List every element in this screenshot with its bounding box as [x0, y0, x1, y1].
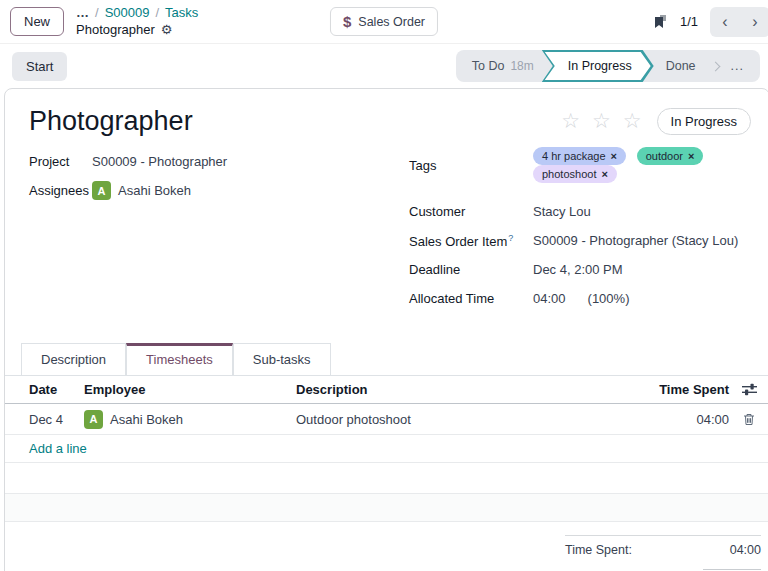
header-description[interactable]: Description: [296, 382, 647, 397]
time-spent-value: 04:00: [730, 543, 761, 557]
project-value[interactable]: S00009 - Photographer: [92, 154, 227, 169]
bookmark-icon[interactable]: [652, 14, 668, 30]
tab-timesheets[interactable]: Timesheets: [126, 343, 233, 375]
field-allocated-time: Allocated Time 04:00 (100%): [409, 284, 753, 313]
allocated-time-label: Allocated Time: [409, 291, 533, 306]
tab-description[interactable]: Description: [21, 343, 126, 375]
deadline-label: Deadline: [409, 262, 533, 277]
row-employee-name: Asahi Bokeh: [110, 412, 183, 427]
sales-order-label: Sales Order: [358, 15, 425, 29]
time-summary: Time Spent: 04:00 Time Remaining? : 00:0…: [565, 535, 761, 571]
tag-label: 4 hr package: [542, 150, 606, 162]
table-header: Date Employee Description Time Spent: [5, 376, 768, 404]
control-panel: New … / S00009 / Tasks Photographer ⚙ $ …: [0, 0, 768, 44]
stage-done[interactable]: Done: [654, 59, 708, 73]
field-project: Project S00009 - Photographer: [29, 147, 409, 176]
sales-order-item-value[interactable]: S00009 - Photographer (Stacy Lou): [533, 233, 738, 248]
timesheet-table: Date Employee Description Time Spent Dec…: [5, 376, 768, 522]
breadcrumb-separator: /: [95, 5, 99, 22]
pager: ‹ ›: [710, 7, 768, 37]
row-time-spent[interactable]: 04:00: [647, 412, 733, 427]
stage-bar: To Do 18m In Progress Done ...: [456, 50, 760, 82]
chevron-right-icon: [710, 61, 720, 71]
time-spent-label: Time Spent:: [565, 543, 632, 557]
help-icon: ?: [508, 233, 513, 243]
sales-order-item-label: Sales Order Item?: [409, 233, 533, 249]
assignee-chip[interactable]: A Asahi Bokeh: [92, 181, 191, 200]
allocated-time-percent: (100%): [588, 291, 630, 306]
field-customer: Customer Stacy Lou: [409, 197, 753, 226]
row-date[interactable]: Dec 4: [5, 412, 84, 427]
breadcrumb: … / S00009 / Tasks Photographer ⚙: [76, 5, 198, 39]
breadcrumb-separator: /: [155, 5, 159, 22]
tag-photoshoot[interactable]: photoshoot ×: [533, 165, 617, 183]
stage-todo[interactable]: To Do 18m: [456, 59, 542, 73]
delete-row-icon[interactable]: [733, 413, 768, 426]
stage-todo-duration: 18m: [510, 59, 533, 73]
header-time-spent[interactable]: Time Spent: [647, 382, 733, 397]
pager-prev-button[interactable]: ‹: [710, 7, 740, 37]
notebook-tabs: Description Timesheets Sub-tasks: [5, 343, 768, 376]
priority-stars[interactable]: ☆ ☆ ☆: [561, 109, 644, 133]
tab-sub-tasks[interactable]: Sub-tasks: [233, 343, 331, 375]
deadline-value[interactable]: Dec 4, 2:00 PM: [533, 262, 623, 277]
start-timer-button[interactable]: Start: [12, 52, 67, 81]
customer-value[interactable]: Stacy Lou: [533, 204, 591, 219]
project-label: Project: [29, 154, 92, 169]
row-employee[interactable]: A Asahi Bokeh: [84, 410, 296, 429]
sales-order-item-label-text: Sales Order Item: [409, 234, 507, 249]
avatar: A: [84, 410, 103, 429]
stage-todo-label: To Do: [472, 59, 505, 73]
field-assignees: Assignees A Asahi Bokeh: [29, 176, 409, 205]
gear-icon[interactable]: ⚙: [161, 22, 173, 39]
dollar-icon: $: [343, 14, 351, 29]
pager-value: 1/1: [680, 14, 698, 29]
tag-label: photoshoot: [542, 168, 596, 180]
assignee-name: Asahi Bokeh: [118, 183, 191, 198]
field-sales-order-item: Sales Order Item? S00009 - Photographer …: [409, 226, 753, 255]
task-title[interactable]: Photographer: [29, 105, 193, 137]
pager-next-button[interactable]: ›: [740, 7, 768, 37]
tag-label: outdoor: [646, 150, 683, 162]
avatar: A: [92, 181, 111, 200]
breadcrumb-link-tasks[interactable]: Tasks: [165, 5, 198, 22]
breadcrumb-ellipsis-menu[interactable]: …: [76, 5, 89, 22]
sales-order-button[interactable]: $ Sales Order: [330, 7, 438, 36]
stage-in-progress-label: In Progress: [568, 59, 632, 73]
allocated-time-value[interactable]: 04:00: [533, 291, 566, 306]
breadcrumb-current: Photographer: [76, 22, 155, 39]
tag-remove-icon[interactable]: ×: [601, 168, 607, 180]
tag-outdoor[interactable]: outdoor ×: [637, 147, 704, 165]
form-sheet: Photographer ☆ ☆ ☆ In Progress Project S…: [4, 88, 768, 571]
row-description[interactable]: Outdoor photoshoot: [296, 412, 647, 427]
empty-row: [5, 463, 768, 494]
assignees-label: Assignees: [29, 183, 92, 198]
state-badge[interactable]: In Progress: [657, 108, 751, 135]
tag-remove-icon[interactable]: ×: [611, 150, 617, 162]
tags-label: Tags: [409, 158, 533, 173]
status-bar: Start To Do 18m In Progress Done ...: [0, 44, 768, 88]
empty-row: [5, 494, 768, 522]
field-deadline: Deadline Dec 4, 2:00 PM: [409, 255, 753, 284]
field-tags: Tags 4 hr package × outdoor × photoshoot…: [409, 147, 753, 183]
stage-in-progress[interactable]: In Progress: [542, 50, 654, 82]
header-employee[interactable]: Employee: [84, 382, 296, 397]
optional-columns-icon[interactable]: [733, 383, 768, 396]
table-row[interactable]: Dec 4 A Asahi Bokeh Outdoor photoshoot 0…: [5, 404, 768, 435]
header-date[interactable]: Date: [5, 382, 84, 397]
stage-more[interactable]: ...: [721, 59, 760, 73]
tag-4hr-package[interactable]: 4 hr package ×: [533, 147, 626, 165]
add-a-line-link[interactable]: Add a line: [5, 435, 768, 463]
new-button[interactable]: New: [10, 7, 64, 36]
tag-remove-icon[interactable]: ×: [688, 150, 694, 162]
breadcrumb-link-s00009[interactable]: S00009: [105, 5, 150, 22]
customer-label: Customer: [409, 204, 533, 219]
field-group: Project S00009 - Photographer Assignees …: [5, 137, 768, 313]
